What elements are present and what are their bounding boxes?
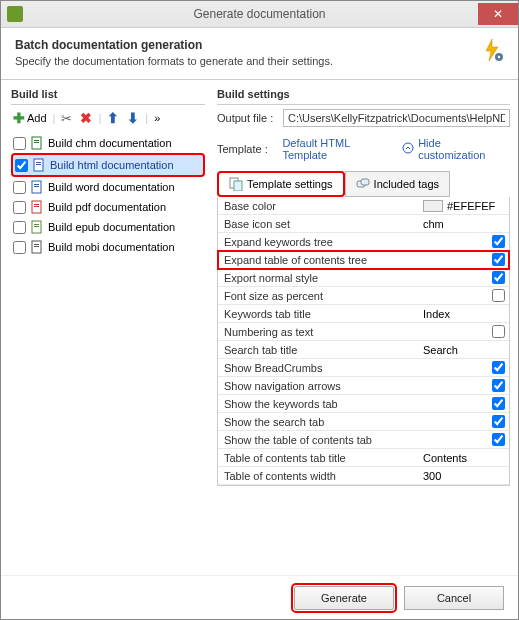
setting-checkbox[interactable] xyxy=(492,433,505,446)
build-item-label: Build word documentation xyxy=(48,181,175,193)
setting-value[interactable] xyxy=(419,377,509,394)
setting-value[interactable] xyxy=(419,413,509,430)
setting-checkbox[interactable] xyxy=(492,397,505,410)
setting-checkbox[interactable] xyxy=(492,289,505,302)
settings-row[interactable]: Show the search tab xyxy=(218,413,509,431)
build-item-label: Build chm documentation xyxy=(48,137,172,149)
settings-row[interactable]: Show the table of contents tab xyxy=(218,431,509,449)
setting-checkbox[interactable] xyxy=(492,325,505,338)
move-down-button[interactable]: ⬇ xyxy=(125,109,141,127)
settings-row[interactable]: Show the keywords tab xyxy=(218,395,509,413)
setting-name: Show the search tab xyxy=(218,414,419,430)
move-up-button[interactable]: ⬆ xyxy=(105,109,121,127)
plus-icon: ✚ xyxy=(13,110,25,126)
build-item-checkbox[interactable] xyxy=(13,221,26,234)
chevron-down-icon: » xyxy=(154,112,160,124)
setting-value[interactable] xyxy=(419,395,509,412)
setting-value[interactable]: chm xyxy=(419,216,509,232)
settings-row[interactable]: Search tab titleSearch xyxy=(218,341,509,359)
settings-row[interactable]: Base color#EFEFEF xyxy=(218,197,509,215)
build-item-label: Build pdf documentation xyxy=(48,201,166,213)
settings-row[interactable]: Base icon setchm xyxy=(218,215,509,233)
close-button[interactable]: ✕ xyxy=(478,3,518,25)
setting-checkbox[interactable] xyxy=(492,361,505,374)
setting-value[interactable]: Index xyxy=(419,306,509,322)
build-item-checkbox[interactable] xyxy=(13,241,26,254)
arrow-up-icon: ⬆ xyxy=(107,110,119,126)
svg-rect-6 xyxy=(36,162,41,163)
svg-rect-18 xyxy=(34,244,39,245)
color-swatch xyxy=(423,200,443,212)
svg-point-20 xyxy=(403,143,413,153)
svg-rect-24 xyxy=(361,179,369,185)
svg-rect-22 xyxy=(234,181,242,191)
setting-value[interactable] xyxy=(419,233,509,250)
build-list-item[interactable]: Build mobi documentation xyxy=(11,237,205,257)
setting-name: Show BreadCrumbs xyxy=(218,360,419,376)
settings-row[interactable]: Expand keywords tree xyxy=(218,233,509,251)
setting-value[interactable] xyxy=(419,323,509,340)
settings-row[interactable]: Font size as percent xyxy=(218,287,509,305)
build-list-item[interactable]: Build pdf documentation xyxy=(11,197,205,217)
hide-customization-link[interactable]: Hide customization xyxy=(402,137,510,161)
build-item-checkbox[interactable] xyxy=(13,137,26,150)
settings-row[interactable]: Numbering as text xyxy=(218,323,509,341)
collapse-icon xyxy=(402,142,414,156)
setting-value[interactable] xyxy=(419,251,509,268)
setting-value[interactable] xyxy=(419,269,509,286)
setting-name: Search tab title xyxy=(218,342,419,358)
add-button[interactable]: ✚Add xyxy=(11,109,49,127)
settings-row[interactable]: Show navigation arrows xyxy=(218,377,509,395)
setting-name: Export normal style xyxy=(218,270,419,286)
setting-checkbox[interactable] xyxy=(492,379,505,392)
build-list-item[interactable]: Build chm documentation xyxy=(11,133,205,153)
setting-value[interactable]: Search xyxy=(419,342,509,358)
tab-template-settings[interactable]: Template settings xyxy=(217,171,345,197)
build-item-checkbox[interactable] xyxy=(15,159,28,172)
settings-row[interactable]: Show BreadCrumbs xyxy=(218,359,509,377)
svg-rect-15 xyxy=(34,224,39,225)
output-file-input[interactable] xyxy=(283,109,510,127)
document-icon xyxy=(30,200,44,214)
setting-checkbox[interactable] xyxy=(492,271,505,284)
svg-rect-12 xyxy=(34,204,39,205)
setting-name: Expand table of contents tree xyxy=(218,252,419,268)
build-item-checkbox[interactable] xyxy=(13,201,26,214)
build-list-item[interactable]: Build epub documentation xyxy=(11,217,205,237)
build-item-label: Build mobi documentation xyxy=(48,241,175,253)
setting-value[interactable]: 300 xyxy=(419,468,509,484)
setting-name: Keywords tab title xyxy=(218,306,419,322)
build-item-checkbox[interactable] xyxy=(13,181,26,194)
svg-rect-16 xyxy=(34,226,39,227)
setting-checkbox[interactable] xyxy=(492,235,505,248)
tab-included-tags[interactable]: Included tags xyxy=(345,171,450,197)
svg-rect-4 xyxy=(34,142,39,143)
delete-button[interactable]: ✖ xyxy=(78,109,94,127)
document-icon xyxy=(30,240,44,254)
page-title: Batch documentation generation xyxy=(15,38,333,52)
cut-button[interactable]: ✂ xyxy=(59,110,74,127)
svg-rect-3 xyxy=(34,140,39,141)
setting-name: Base color xyxy=(218,198,419,214)
setting-value[interactable] xyxy=(419,431,509,448)
setting-checkbox[interactable] xyxy=(492,415,505,428)
settings-row[interactable]: Table of contents width300 xyxy=(218,467,509,485)
template-link[interactable]: Default HTML Template xyxy=(282,137,396,161)
setting-checkbox[interactable] xyxy=(492,253,505,266)
settings-row[interactable]: Export normal style xyxy=(218,269,509,287)
settings-row[interactable]: Table of contents tab titleContents xyxy=(218,449,509,467)
setting-value[interactable] xyxy=(419,287,509,304)
setting-name: Font size as percent xyxy=(218,288,419,304)
settings-row[interactable]: Keywords tab titleIndex xyxy=(218,305,509,323)
generate-button[interactable]: Generate xyxy=(294,586,394,610)
setting-value[interactable]: Contents xyxy=(419,450,509,466)
template-settings-icon xyxy=(229,177,243,191)
setting-value[interactable]: #EFEFEF xyxy=(419,198,509,214)
build-list-item[interactable]: Build word documentation xyxy=(11,177,205,197)
settings-row[interactable]: Expand table of contents tree xyxy=(218,251,509,269)
setting-name: Table of contents tab title xyxy=(218,450,419,466)
build-list-item[interactable]: Build html documentation xyxy=(11,153,205,177)
cancel-button[interactable]: Cancel xyxy=(404,586,504,610)
more-button[interactable]: » xyxy=(152,111,162,125)
setting-value[interactable] xyxy=(419,359,509,376)
